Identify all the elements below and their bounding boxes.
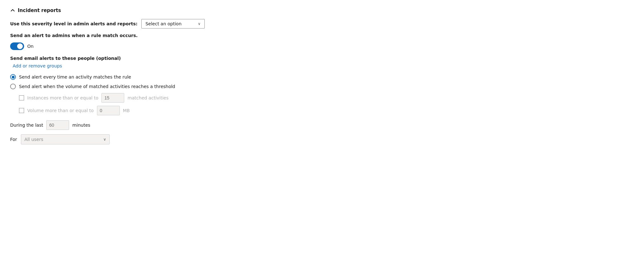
radio-threshold-button[interactable]: [10, 84, 16, 89]
radio-every-time-label: Send alert every time an activity matche…: [19, 74, 131, 79]
toggle-track: [10, 42, 24, 50]
alert-toggle[interactable]: [10, 42, 24, 50]
add-remove-groups-link[interactable]: Add or remove groups: [13, 63, 62, 68]
instances-label: Instances more than or equal to: [27, 95, 98, 100]
during-row: During the last minutes: [10, 120, 634, 130]
for-row: For All users ∨: [10, 134, 634, 144]
volume-unit: MB: [123, 108, 130, 113]
toggle-row: On: [10, 42, 634, 50]
alert-rule-row: Send an alert to admins when a rule matc…: [10, 33, 634, 38]
email-section-label: Send email alerts to these people (optio…: [10, 56, 634, 61]
for-label: For: [10, 137, 17, 142]
radio-every-time-button[interactable]: [10, 74, 16, 80]
severity-row: Use this severity level in admin alerts …: [10, 19, 634, 29]
section-title: Incident reports: [18, 8, 61, 13]
chevron-up-icon[interactable]: [10, 8, 15, 13]
radio-every-time-row[interactable]: Send alert every time an activity matche…: [10, 74, 634, 80]
toggle-thumb: [17, 43, 23, 49]
instances-input[interactable]: [101, 93, 124, 103]
severity-chevron-icon: ∨: [198, 22, 201, 26]
radio-threshold-row[interactable]: Send alert when the volume of matched ac…: [10, 84, 634, 89]
volume-input[interactable]: [97, 106, 120, 115]
alert-frequency-radio-group: Send alert every time an activity matche…: [10, 74, 634, 115]
instances-checkbox[interactable]: [19, 95, 24, 100]
alert-rule-label: Send an alert to admins when a rule matc…: [10, 33, 138, 38]
email-section: Send email alerts to these people (optio…: [10, 56, 634, 68]
minutes-input[interactable]: [46, 120, 69, 130]
volume-checkbox[interactable]: [19, 108, 24, 113]
volume-label: Volume more than or equal to: [27, 108, 94, 113]
radio-threshold-label: Send alert when the volume of matched ac…: [19, 84, 175, 89]
for-select-chevron-icon: ∨: [103, 137, 106, 142]
for-select-text: All users: [24, 137, 43, 142]
instances-row: Instances more than or equal to matched …: [19, 93, 634, 103]
minutes-unit-label: minutes: [72, 123, 90, 128]
instances-unit: matched activities: [127, 95, 168, 100]
severity-select[interactable]: Select an option ∨: [141, 19, 205, 29]
toggle-state-label: On: [27, 44, 34, 49]
section-header: Incident reports: [10, 8, 634, 13]
severity-select-text: Select an option: [145, 21, 182, 26]
severity-label: Use this severity level in admin alerts …: [10, 21, 138, 26]
threshold-options: Instances more than or equal to matched …: [19, 93, 634, 115]
for-select[interactable]: All users ∨: [21, 134, 110, 144]
volume-row: Volume more than or equal to MB: [19, 106, 634, 115]
during-label: During the last: [10, 123, 43, 128]
